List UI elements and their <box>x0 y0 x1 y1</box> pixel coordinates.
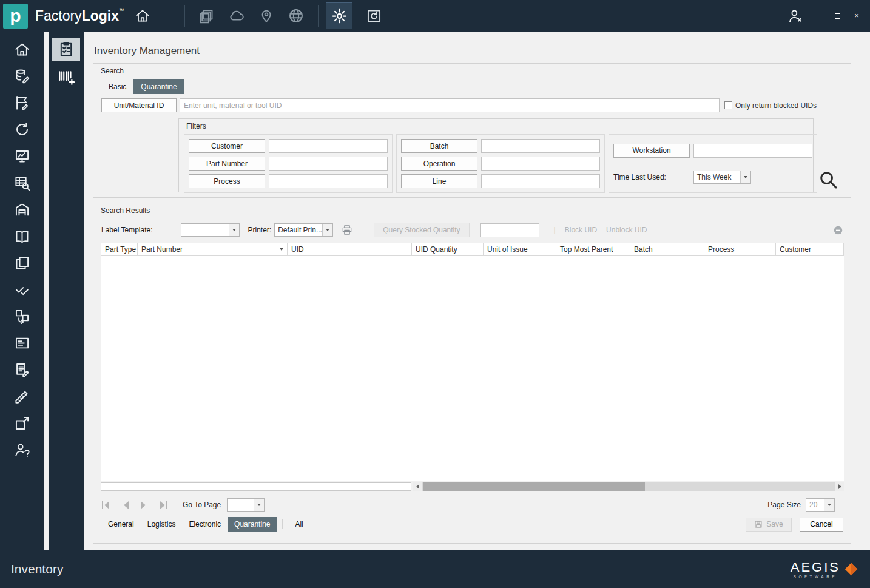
aegis-logo: AEGIS SOFTWARE <box>791 559 859 579</box>
sidebar-item-validation[interactable] <box>14 282 30 298</box>
only-blocked-checkbox[interactable] <box>724 101 732 109</box>
scroll-left-icon[interactable] <box>413 482 422 491</box>
tab-divider <box>282 519 283 529</box>
chevron-down-icon <box>824 499 834 511</box>
sidebar-item-transfer[interactable] <box>14 308 30 325</box>
tab-electronic[interactable]: Electronic <box>182 517 228 532</box>
home-icon[interactable] <box>135 8 150 24</box>
stocked-quantity-input[interactable] <box>480 223 539 237</box>
unit-material-id-button[interactable]: Unit/Material ID <box>101 98 177 112</box>
pager-first-icon[interactable] <box>101 501 112 509</box>
filters-panel-label: Filters <box>179 119 813 130</box>
label-template-select[interactable] <box>181 223 240 237</box>
sidebar-item-reports[interactable] <box>14 95 30 111</box>
tab-logistics[interactable]: Logistics <box>141 517 183 532</box>
customer-filter-input[interactable] <box>269 139 388 153</box>
column-header-part-type[interactable]: Part Type <box>101 243 138 255</box>
history-icon[interactable] <box>366 8 382 24</box>
tab-general[interactable]: General <box>101 517 141 532</box>
status-module-title: Inventory <box>11 562 63 576</box>
unblock-uid-button[interactable]: Unblock UID <box>606 226 647 234</box>
column-header-batch[interactable]: Batch <box>630 243 704 255</box>
location-pin-icon[interactable] <box>258 8 274 24</box>
workstation-filter-input[interactable] <box>693 144 812 158</box>
sidebar-item-workstation[interactable] <box>14 148 30 164</box>
printer-select[interactable]: Default Prin... <box>274 223 333 237</box>
sidebar-item-home[interactable] <box>14 41 30 58</box>
part-number-filter-button[interactable]: Part Number <box>189 157 265 171</box>
sidebar-item-barcode-add[interactable] <box>57 68 75 86</box>
time-last-used-label: Time Last Used: <box>613 173 690 181</box>
column-header-process[interactable]: Process <box>704 243 776 255</box>
tab-quarantine-bottom[interactable]: Quarantine <box>228 517 277 532</box>
time-last-used-select[interactable]: This Week <box>693 171 751 184</box>
printer-value: Default Prin... <box>275 226 322 234</box>
block-uid-button[interactable]: Block UID <box>565 226 597 234</box>
operation-filter-button[interactable]: Operation <box>401 157 477 171</box>
go-to-page-select[interactable] <box>227 498 265 512</box>
pager-next-icon[interactable] <box>140 501 147 509</box>
pager-last-icon[interactable] <box>157 501 168 509</box>
line-filter-button[interactable]: Line <box>401 174 477 188</box>
minimize-button[interactable]: – <box>813 11 823 21</box>
scrollbar-thumb[interactable] <box>423 482 645 491</box>
results-table-header: Part Type Part Number UID UID Quantity U… <box>101 243 844 256</box>
horizontal-scrollbar[interactable] <box>422 482 835 491</box>
cancel-button[interactable]: Cancel <box>800 518 843 532</box>
column-header-unit-of-issue[interactable]: Unit of Issue <box>484 243 556 255</box>
close-button[interactable]: × <box>852 11 862 21</box>
sidebar-item-documents[interactable] <box>14 255 30 271</box>
time-last-used-value: This Week <box>694 173 740 181</box>
column-header-top-most-parent[interactable]: Top Most Parent <box>556 243 630 255</box>
process-filter-button[interactable]: Process <box>189 174 265 188</box>
batch-filter-input[interactable] <box>481 139 600 153</box>
search-icon[interactable] <box>818 169 838 190</box>
cloud-icon[interactable] <box>228 7 245 24</box>
sidebar-item-inventory-management[interactable] <box>52 38 80 61</box>
column-header-uid[interactable]: UID <box>288 243 412 255</box>
printer-icon[interactable] <box>341 224 353 236</box>
globe-icon[interactable] <box>288 7 305 24</box>
process-filter-input[interactable] <box>269 174 388 188</box>
column-header-customer[interactable]: Customer <box>776 243 844 255</box>
remove-circle-icon[interactable] <box>833 225 843 235</box>
sidebar-item-design[interactable] <box>14 388 30 405</box>
pager-prev-icon[interactable] <box>122 501 130 509</box>
sidebar-item-materials[interactable] <box>14 68 30 84</box>
user-logout-icon[interactable] <box>787 8 803 24</box>
save-button[interactable]: Save <box>746 518 792 532</box>
customer-filter-button[interactable]: Customer <box>189 139 265 153</box>
page-size-value: 20 <box>806 501 824 509</box>
gear-icon[interactable] <box>326 2 352 29</box>
line-filter-input[interactable] <box>481 174 600 188</box>
sidebar-item-records[interactable] <box>14 335 30 351</box>
column-header-part-number[interactable]: Part Number <box>138 243 288 255</box>
sidebar-item-warehouse[interactable] <box>14 201 30 218</box>
documents-icon[interactable] <box>198 8 215 24</box>
sidebar-item-document-edit[interactable] <box>14 362 30 378</box>
tab-all[interactable]: All <box>288 517 309 532</box>
maximize-button[interactable] <box>832 13 842 19</box>
only-blocked-checkbox-row[interactable]: Only return blocked UIDs <box>724 101 817 110</box>
brand-subtitle: SOFTWARE <box>794 575 838 579</box>
tab-basic[interactable]: Basic <box>101 79 133 94</box>
part-number-filter-input[interactable] <box>269 157 388 171</box>
filters-panel: Filters Customer Part Number Process Bat… <box>178 118 814 192</box>
sidebar-item-export[interactable] <box>14 415 30 431</box>
page-size-select[interactable]: 20 <box>806 498 835 512</box>
workstation-filter-button[interactable]: Workstation <box>613 144 690 158</box>
refresh-icon <box>14 121 30 138</box>
scroll-right-icon[interactable] <box>835 482 844 491</box>
column-header-uid-quantity[interactable]: UID Quantity <box>412 243 484 255</box>
sidebar-item-data-query[interactable] <box>14 175 30 191</box>
database-edit-icon <box>14 68 30 84</box>
sidebar-item-library[interactable] <box>14 228 30 245</box>
batch-filter-button[interactable]: Batch <box>401 139 477 153</box>
sidebar-item-refresh[interactable] <box>14 121 30 138</box>
query-stocked-quantity-button[interactable]: Query Stocked Quantity <box>374 223 469 237</box>
operation-filter-input[interactable] <box>481 157 600 171</box>
unit-material-input[interactable] <box>180 98 720 112</box>
tab-quarantine[interactable]: Quarantine <box>133 79 184 94</box>
sidebar-gap <box>44 32 49 550</box>
sidebar-item-support[interactable] <box>14 442 30 458</box>
